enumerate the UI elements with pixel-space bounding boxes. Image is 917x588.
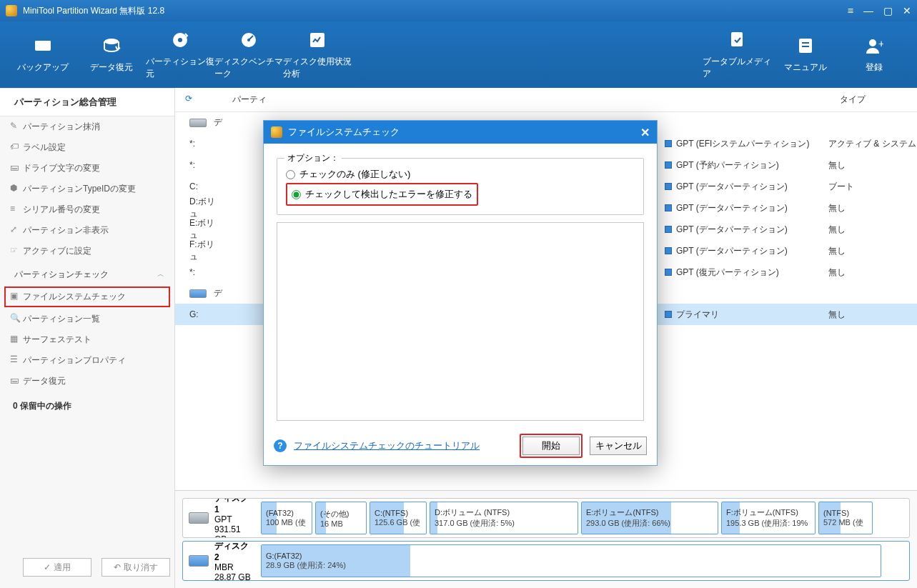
disk-usage-button[interactable]: ディスク使用状況分析 xyxy=(283,26,352,84)
sidebar-item-partition-props[interactable]: ☰パーティションプロパティ xyxy=(0,350,174,371)
sidebar-item-active[interactable]: ☞アクティブに設定 xyxy=(0,241,174,261)
log-output xyxy=(277,222,644,421)
disk-icon xyxy=(189,512,209,524)
sidebar-item-data-recover[interactable]: 🖴データ復元 xyxy=(0,371,174,392)
undo-button[interactable]: ↶取り消す xyxy=(101,558,170,577)
disk-map-partition[interactable]: (FAT32)100 MB (使 xyxy=(261,502,312,534)
backup-icon xyxy=(33,36,53,56)
dialog-title: ファイルシステムチェック xyxy=(288,126,400,139)
options-fieldset: オプション： チェックのみ (修正しない) チェックして検出したエラーを修正する xyxy=(277,158,644,215)
disk-benchmark-button[interactable]: ディスクベンチマーク xyxy=(214,26,283,84)
help-icon[interactable]: ? xyxy=(274,439,287,452)
main-toolbar: バックアップ データ復元 パーティション復元 ディスクベンチマーク ディスク使用… xyxy=(0,21,917,88)
titlebar: MiniTool Partition Wizard 無料版 12.8 ≡ — ▢… xyxy=(0,0,917,21)
partition-table-header: ⟳ パーティ タイプ 状態 xyxy=(175,88,917,112)
radio-check-and-fix[interactable]: チェックして検出したエラーを修正する xyxy=(292,188,472,201)
register-button[interactable]: + 登録 xyxy=(840,26,908,84)
sidebar-item-hide[interactable]: ⤢パーティション非表示 xyxy=(0,220,174,241)
sidebar-item-label[interactable]: 🏷ラベル設定 xyxy=(0,137,174,158)
sidebar-item-surface-test[interactable]: ▦サーフェステスト xyxy=(0,329,174,350)
radio-check-only[interactable]: チェックのみ (修正しない) xyxy=(286,168,635,181)
dialog-close-button[interactable]: ✕ xyxy=(640,126,650,139)
svg-point-2 xyxy=(104,39,119,44)
partition-recovery-button[interactable]: パーティション復元 xyxy=(146,26,214,84)
data-recovery-icon xyxy=(101,36,122,56)
svg-rect-8 xyxy=(731,32,743,46)
backup-button[interactable]: バックアップ xyxy=(9,26,77,84)
svg-text:+: + xyxy=(878,38,883,49)
close-button[interactable]: ✕ xyxy=(903,5,911,16)
sidebar-group-check: ▣ファイルシステムチェック 🔍パーティション一覧 ▦サーフェステスト ☰パーティ… xyxy=(0,286,174,392)
sidebar-tab[interactable]: パーティション総合管理 xyxy=(0,88,174,116)
menu-icon[interactable]: ≡ xyxy=(848,5,853,16)
cancel-button[interactable]: キャンセル xyxy=(590,437,647,455)
disk-map-partition[interactable]: (その他)16 MB xyxy=(315,502,367,534)
svg-point-6 xyxy=(247,39,250,41)
partition-recovery-icon xyxy=(170,30,190,50)
chevron-up-icon: ︿ xyxy=(157,269,164,279)
benchmark-icon xyxy=(239,30,259,50)
minimize-button[interactable]: — xyxy=(863,5,873,16)
disk-icon xyxy=(189,289,207,298)
bootable-media-button[interactable]: ブータブルメディア xyxy=(703,26,771,84)
sidebar: パーティション総合管理 ✎パーティション抹消 🏷ラベル設定 🖴ドライブ文字の変更… xyxy=(0,88,175,588)
disk-map-partition[interactable]: C:(NTFS)125.6 GB (使 xyxy=(370,502,427,534)
dialog-titlebar: ファイルシステムチェック ✕ xyxy=(264,121,657,144)
svg-rect-7 xyxy=(310,33,324,47)
apply-button[interactable]: ✓適用 xyxy=(23,558,91,577)
disk-map-partition[interactable]: G:(FAT32)28.9 GB (使用済: 24%) xyxy=(261,544,881,577)
disk-map-partition[interactable]: F:ボリューム(NTFS)195.3 GB (使用済: 19% xyxy=(721,502,816,534)
tutorial-link[interactable]: ファイルシステムチェックのチュートリアル xyxy=(294,439,480,452)
svg-point-12 xyxy=(869,39,876,46)
sidebar-section-check[interactable]: パーティションチェック︿ xyxy=(0,261,174,285)
sidebar-item-typeid[interactable]: ⬢パーティションTypeIDの変更 xyxy=(0,179,174,199)
usage-icon xyxy=(307,30,327,50)
data-recovery-button[interactable]: データ復元 xyxy=(77,26,146,84)
filesystem-check-dialog: ファイルシステムチェック ✕ オプション： チェックのみ (修正しない) チェッ… xyxy=(263,120,658,466)
disk-map-partition[interactable]: E:ボリューム(NTFS)293.0 GB (使用済: 66%) xyxy=(581,502,718,534)
app-icon xyxy=(6,5,17,16)
start-button[interactable]: 開始 xyxy=(522,437,580,455)
manual-button[interactable]: マニュアル xyxy=(771,26,840,84)
sidebar-item-partition-list[interactable]: 🔍パーティション一覧 xyxy=(0,309,174,329)
disk-map-area: ディスク 1 GPT 931.51 GB (FAT32)100 MB (使(その… xyxy=(175,490,917,588)
disk-icon xyxy=(189,119,207,127)
bootable-media-icon xyxy=(727,30,747,50)
dialog-icon xyxy=(271,126,282,138)
col-partition: パーティ xyxy=(198,94,462,106)
disk-map-partition[interactable]: D:ボリューム (NTFS)317.0 GB (使用済: 5%) xyxy=(430,502,578,534)
sidebar-item-wipe[interactable]: ✎パーティション抹消 xyxy=(0,116,174,137)
pending-ops: 0 保留中の操作 xyxy=(0,392,174,421)
sidebar-item-serial[interactable]: ≡シリアル番号の変更 xyxy=(0,199,174,220)
disk-icon xyxy=(189,555,209,567)
maximize-button[interactable]: ▢ xyxy=(883,5,893,16)
disk-map-1[interactable]: ディスク 1 GPT 931.51 GB (FAT32)100 MB (使(その… xyxy=(182,498,910,538)
refresh-icon[interactable]: ⟳ xyxy=(185,94,192,106)
options-legend: オプション： xyxy=(284,152,342,164)
disk-map-partition[interactable]: (NTFS)572 MB (使 xyxy=(818,502,873,534)
sidebar-group-partition-ops: ✎パーティション抹消 🏷ラベル設定 🖴ドライブ文字の変更 ⬢パーティションTyp… xyxy=(0,116,174,261)
register-icon: + xyxy=(864,36,884,56)
col-type: タイプ xyxy=(840,94,866,106)
disk-map-2[interactable]: ディスク 2 MBR 28.87 GB G:(FAT32)28.9 GB (使用… xyxy=(182,541,910,581)
sidebar-item-drive-letter[interactable]: 🖴ドライブ文字の変更 xyxy=(0,158,174,179)
app-title: MiniTool Partition Wizard 無料版 12.8 xyxy=(23,5,848,17)
svg-rect-1 xyxy=(35,41,51,45)
svg-point-4 xyxy=(178,38,182,42)
sidebar-item-filesystem-check[interactable]: ▣ファイルシステムチェック xyxy=(4,286,170,307)
manual-icon xyxy=(795,36,816,56)
